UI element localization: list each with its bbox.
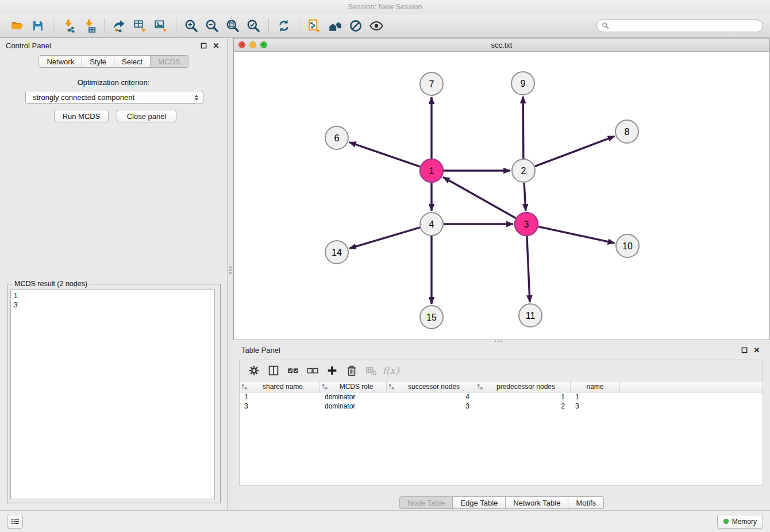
column-header-predecessor-nodes[interactable]: predecessor nodes <box>475 381 571 392</box>
graph-edge-2-8[interactable] <box>535 136 615 166</box>
show-hide-view-icon[interactable] <box>366 16 387 36</box>
result-item: 1 <box>14 291 211 300</box>
graph-edge-1-6[interactable] <box>349 142 420 167</box>
tab-mcds[interactable]: MCDS <box>151 55 188 68</box>
zoom-in-icon[interactable] <box>181 16 202 36</box>
close-panel-icon[interactable]: ✕ <box>211 40 221 51</box>
save-session-icon[interactable] <box>28 16 48 36</box>
trash-icon[interactable] <box>342 362 361 379</box>
export-table-icon[interactable] <box>130 16 151 36</box>
select-all-icon[interactable] <box>283 362 303 379</box>
graph-node-label-1: 1 <box>429 166 434 176</box>
status-bar: Memory <box>0 510 770 532</box>
graph-edge-4-14[interactable] <box>349 228 420 248</box>
function-builder-icon: f(x) <box>381 362 401 379</box>
control-panel-tabs: Network Style Select MCDS <box>0 55 227 68</box>
graph-edge-3-1[interactable] <box>443 177 516 218</box>
table-body-empty-area <box>240 411 763 485</box>
main-toolbar <box>0 14 770 38</box>
graph-edge-3-10[interactable] <box>538 226 615 243</box>
tab-style[interactable]: Style <box>82 55 114 68</box>
table-row[interactable]: 1 dominator 4 1 1 <box>240 392 763 402</box>
float-panel-icon[interactable] <box>739 345 749 355</box>
clear-selection-icon[interactable] <box>303 362 322 379</box>
graph-edge-3-11[interactable] <box>527 236 530 302</box>
criterion-dropdown[interactable]: strongly connected component <box>25 91 203 104</box>
cell-shared-name[interactable]: 3 <box>240 402 320 411</box>
search-icon <box>602 22 609 29</box>
table-panel-tabs: Node Table Edge Table Network Table Moti… <box>233 496 770 509</box>
mcds-result-list[interactable]: 1 3 <box>10 290 215 499</box>
refresh-icon[interactable] <box>274 16 294 36</box>
vertical-splitter[interactable] <box>228 38 233 510</box>
duplicate-network-icon[interactable] <box>304 16 325 36</box>
cell-predecessor-nodes[interactable]: 1 <box>475 392 571 402</box>
network-canvas[interactable]: 7968124314101511 <box>234 52 769 340</box>
toggle-columns-icon[interactable] <box>264 362 283 379</box>
cell-predecessor-nodes[interactable]: 2 <box>475 402 571 411</box>
graph-edge-2-3[interactable] <box>524 183 526 211</box>
import-network-icon[interactable] <box>58 16 79 36</box>
tab-edge-table[interactable]: Edge Table <box>453 496 506 509</box>
toolbar-separator <box>104 18 105 33</box>
cell-successor-nodes[interactable]: 4 <box>387 392 475 402</box>
graph-node-label-7: 7 <box>429 79 434 89</box>
column-header-successor-nodes[interactable]: successor nodes <box>387 381 475 392</box>
control-panel-header: Control Panel ✕ <box>0 38 227 53</box>
table-panel: Table Panel ✕ <box>233 342 770 510</box>
home-icon[interactable] <box>325 16 345 36</box>
import-table-icon[interactable] <box>79 16 99 36</box>
cell-successor-nodes[interactable]: 3 <box>387 402 475 411</box>
table-panel-title: Table Panel <box>241 346 280 354</box>
cell-name[interactable]: 1 <box>571 392 620 402</box>
zoom-fit-icon[interactable] <box>222 16 243 36</box>
list-icon <box>11 518 20 525</box>
control-panel: Control Panel ✕ Network Style Select MCD… <box>0 38 228 510</box>
toolbar-separator <box>176 18 176 33</box>
cell-mcds-role[interactable]: dominator <box>320 392 387 402</box>
search-input[interactable] <box>612 22 758 30</box>
gear-icon[interactable] <box>244 362 264 379</box>
zoom-selected-icon[interactable] <box>243 16 264 36</box>
table-header-row: shared name MCDS role successor nodes pr… <box>240 381 763 392</box>
tab-motifs[interactable]: Motifs <box>568 496 604 509</box>
column-header-name[interactable]: name <box>571 381 620 392</box>
search-field[interactable] <box>596 20 763 32</box>
float-panel-icon[interactable] <box>198 40 209 51</box>
graph-edge-2-9[interactable] <box>523 97 523 159</box>
close-panel-button[interactable]: Close panel <box>117 110 176 122</box>
cell-mcds-role[interactable]: dominator <box>320 402 387 411</box>
tab-network[interactable]: Network <box>38 55 82 68</box>
network-graph[interactable]: 7968124314101511 <box>234 52 769 340</box>
graph-node-label-3: 3 <box>524 219 529 229</box>
network-view-window: ✕ − + scc.txt 7968124314101511 <box>233 38 770 340</box>
export-network-icon[interactable] <box>109 16 130 36</box>
network-window-titlebar: ✕ − + scc.txt <box>234 38 769 52</box>
column-header-mcds-role[interactable]: MCDS role <box>320 381 387 392</box>
close-panel-icon[interactable]: ✕ <box>752 345 762 355</box>
memory-button[interactable]: Memory <box>717 515 763 529</box>
tab-select[interactable]: Select <box>114 55 151 68</box>
column-header-shared-name[interactable]: shared name <box>240 381 320 392</box>
run-mcds-button[interactable]: Run MCDS <box>54 110 109 122</box>
tab-node-table[interactable]: Node Table <box>399 496 453 509</box>
open-file-icon[interactable] <box>7 16 28 36</box>
export-image-icon[interactable] <box>151 16 171 36</box>
toggle-graphics-details-icon[interactable] <box>345 16 366 36</box>
tab-network-table[interactable]: Network Table <box>506 496 568 509</box>
graph-node-label-10: 10 <box>622 241 633 251</box>
mcds-result-box: MCDS result (2 nodes) 1 3 <box>7 284 221 503</box>
cell-name[interactable]: 3 <box>571 402 620 411</box>
table-toolbar: f(x) <box>240 360 763 381</box>
toolbar-separator <box>268 18 269 33</box>
control-panel-title: Control Panel <box>6 41 51 50</box>
window-title: Session: New Session <box>348 2 422 11</box>
add-icon[interactable] <box>322 362 342 379</box>
cell-shared-name[interactable]: 1 <box>240 392 320 402</box>
zoom-out-icon[interactable] <box>202 16 222 36</box>
table-row[interactable]: 3 dominator 3 2 3 <box>240 402 763 411</box>
column-type-icon <box>322 384 328 390</box>
show-panels-menu-button[interactable] <box>7 515 23 529</box>
graph-node-label-4: 4 <box>429 219 434 229</box>
graph-node-label-14: 14 <box>332 248 342 257</box>
